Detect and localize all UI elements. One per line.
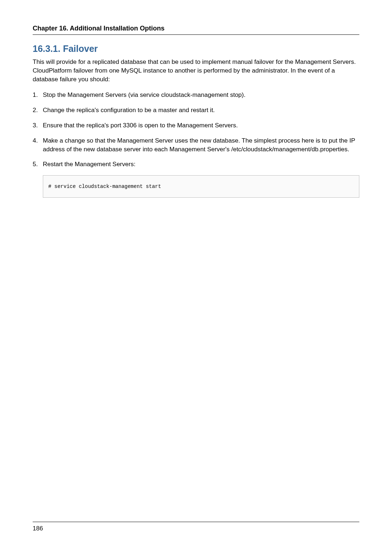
step-number: 4. bbox=[33, 136, 43, 154]
step-text: Ensure that the replica's port 3306 is o… bbox=[43, 121, 359, 130]
list-item: 1. Stop the Management Servers (via serv… bbox=[33, 91, 359, 99]
step-list: 1. Stop the Management Servers (via serv… bbox=[33, 91, 359, 169]
page-footer: 186 bbox=[33, 522, 359, 532]
code-block: # service cloudstack-management start bbox=[43, 175, 359, 198]
step-number: 3. bbox=[33, 121, 43, 130]
chapter-header: Chapter 16. Additional Installation Opti… bbox=[33, 25, 359, 35]
step-number: 1. bbox=[33, 91, 43, 99]
intro-paragraph: This will provide for a replicated datab… bbox=[33, 58, 359, 83]
step-text: Stop the Management Servers (via service… bbox=[43, 91, 359, 99]
list-item: 5. Restart the Management Servers: bbox=[33, 160, 359, 169]
list-item: 3. Ensure that the replica's port 3306 i… bbox=[33, 121, 359, 130]
step-text: Change the replica's configuration to be… bbox=[43, 106, 359, 115]
page-number: 186 bbox=[33, 525, 43, 532]
step-text: Make a change so that the Management Ser… bbox=[43, 136, 359, 154]
section-heading: 16.3.1. Failover bbox=[33, 44, 359, 54]
step-number: 5. bbox=[33, 160, 43, 169]
step-text: Restart the Management Servers: bbox=[43, 160, 359, 169]
list-item: 4. Make a change so that the Management … bbox=[33, 136, 359, 154]
list-item: 2. Change the replica's configuration to… bbox=[33, 106, 359, 115]
page-content: Chapter 16. Additional Installation Opti… bbox=[0, 0, 392, 198]
step-number: 2. bbox=[33, 106, 43, 115]
